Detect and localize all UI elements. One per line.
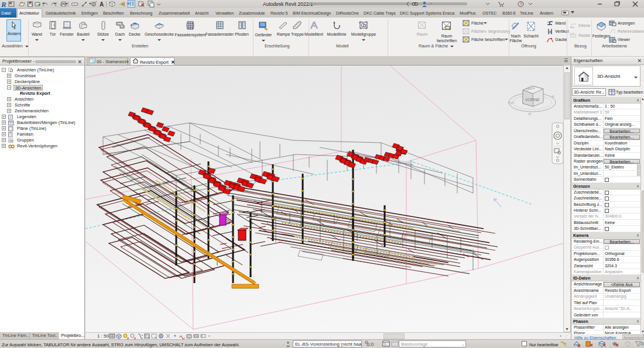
svg-text:0: 0: [93, 2, 94, 6]
svg-text:OST: OST: [508, 101, 514, 105]
svg-text:A: A: [100, 1, 104, 8]
svg-text:?: ?: [520, 2, 522, 6]
svg-text:R: R: [549, 30, 552, 34]
svg-text:45: 45: [528, 112, 532, 116]
svg-text:W: W: [551, 95, 554, 98]
svg-text:VORNE: VORNE: [525, 98, 540, 102]
